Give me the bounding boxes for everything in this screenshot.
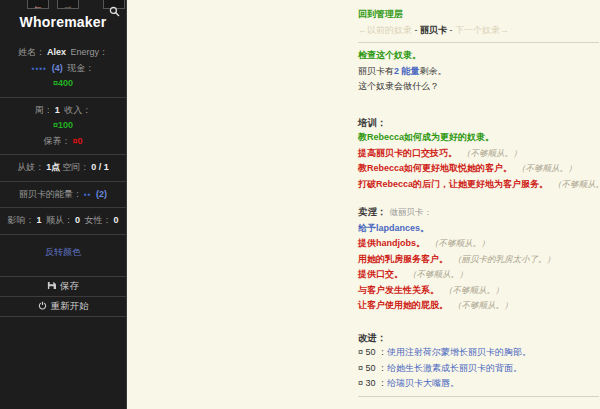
search-button[interactable] [103,0,125,9]
passage: 回到管理层 ←以前的奴隶 - 丽贝卡 - 下一个奴隶→ 检查这个奴隶。 丽贝卡有… [358,7,599,402]
female-value: 0 [114,215,119,225]
girls-value: 1点 [46,162,60,172]
improvement-link[interactable]: 使用注射荷尔蒙增长丽贝卡的胸部。 [387,347,531,357]
history-back-button[interactable]: ← [27,0,49,9]
disabled-action: 与客户发生性关系。 [358,285,439,295]
prostitution-header-label: 卖淫： [358,206,387,217]
disabled-action: 用她的乳房服务客户。 [358,254,448,264]
training-header: 培训： [358,115,599,131]
player-stats: 姓名：Alex Energy： ▪▪▪▪ (4) 现金： ¤400 [0,45,126,92]
slave-energy-label: 丽贝卡的能量： [19,189,82,199]
slave-energy-count: (2) [96,189,107,199]
prostitution-item: 提供handjobs。（不够顺从。） [358,236,599,252]
sidebar-divider [0,207,126,208]
training-teach-link[interactable]: 教Rebecca如何成为更好的奴隶。 [358,132,494,142]
energy-line-value: 2 能量 [394,66,420,76]
improvement-cost: ¤ 50 ： [358,363,387,373]
training-item: 提高丽贝卡的口交技巧。（不够顺从。） [358,146,599,162]
improvement-link[interactable]: 给她生长激素成长丽贝卡的背面。 [387,363,522,373]
requirement-note: （不够顺从。） [462,148,522,158]
slave-energy-stats: 丽贝卡的能量：▪▪ (2) [0,187,126,203]
upkeep-label: 保养： [43,136,70,146]
girls-label: 从妓： [17,162,44,172]
requirement-note: （不够顺从。） [444,285,504,295]
disabled-action: 提供handjobs。 [358,238,425,248]
upkeep-value: ¤0 [72,136,82,146]
influence-value: 1 [36,215,41,225]
invert-colors-link[interactable]: 反转颜色 [45,247,81,257]
name-label: 姓名： [18,47,45,57]
prostitution-item: 让客户使用她的屁股。（不够顺从。） [358,298,599,314]
prostitution-header: 卖淫：做丽贝卡： [358,204,599,221]
search-icon [109,6,120,17]
prostitution-item: 与客户发生性关系。（不够顺从。） [358,283,599,299]
content-divider [358,42,599,43]
week-stats: 周：1 收入： ¤100 保养：¤0 [0,103,126,150]
restart-label: 重新开始 [51,300,89,311]
sidebar-divider [0,97,126,98]
question-line: 这个奴隶会做什么？ [358,79,599,95]
energy-count: (4) [52,63,63,73]
sidebar: ← → Whoremaker 姓名：Alex Energy： ▪▪▪▪ (4) … [0,0,127,409]
nav-separator: - [447,25,455,35]
week-label: 周： [35,105,53,115]
disabled-action: 打破Rebecca的后门，让她更好地为客户服务。 [358,179,548,189]
energy-remaining-line: 丽贝卡有2 能量剩余。 [358,64,599,80]
prev-slave-link: ←以前的奴隶 [358,25,412,35]
nav-separator: - [412,25,420,35]
improvement-item: ¤ 30 ：给瑞贝卡大嘴唇。 [358,376,599,392]
prostitution-item: 用她的乳房服务客户。（丽贝卡的乳房太小了。） [358,252,599,268]
history-bar: ← → [0,0,126,10]
cash-label: 现金： [67,63,94,73]
improvements-header: 改进： [358,330,599,346]
improvement-item: ¤ 50 ：给她生长激素成长丽贝卡的背面。 [358,361,599,377]
history-forward-button: → [57,0,79,9]
requirement-note: （丽贝卡的乳房太小了。） [453,254,555,264]
requirement-note: （不够顺从。） [430,238,490,248]
back-icon: ← [33,0,44,11]
disabled-action: 让客户使用她的屁股。 [358,300,448,310]
training-item: 教Rebecca如何更好地取悦她的客户。（不够顺从。） [358,161,599,177]
income-value: ¤100 [53,120,73,130]
energy-line-pre: 丽贝卡有 [358,66,394,76]
influence-stats: 影响：1 顺从：0 女性：0 [0,213,126,229]
prostitution-item: 提供口交。（不够顺从。） [358,267,599,283]
obedience-label: 顺从： [46,215,73,225]
influence-label: 影响： [7,215,34,225]
prostitution-subheader: 做丽贝卡： [390,207,433,217]
player-name: Alex [47,47,66,57]
energy-line-post: 剩余。 [420,66,447,76]
female-label: 女性： [85,215,112,225]
sidebar-divider [0,234,126,235]
slave-nav: ←以前的奴隶 - 丽贝卡 - 下一个奴隶→ [358,23,599,39]
week-value: 1 [55,105,60,115]
improvement-link[interactable]: 给瑞贝卡大嘴唇。 [387,378,459,388]
obedience-value: 0 [75,215,80,225]
sidebar-divider [0,154,126,155]
forward-icon: → [63,0,74,11]
improvement-cost: ¤ 50 ： [358,347,387,357]
sidebar-divider [0,181,126,182]
requirement-note: （不够顺从。） [453,300,513,310]
roster-stats: 从妓：1点空间：0 / 1 [0,160,126,176]
current-slave-name: 丽贝卡 [420,25,447,35]
disabled-action: 教Rebecca如何更好地取悦她的客户。 [358,163,512,173]
menu: 保存 重新开始 [0,276,126,317]
cash-value: ¤400 [53,78,73,88]
save-button[interactable]: 保存 [0,277,126,297]
lapdance-link[interactable]: 给予lapdances。 [358,223,429,233]
inspect-slave-link[interactable]: 检查这个奴隶。 [358,50,421,60]
content-divider [358,396,599,397]
restart-icon [38,301,47,310]
restart-button[interactable]: 重新开始 [0,297,126,317]
space-label: 空间： [62,162,89,172]
save-icon [47,281,56,290]
disabled-action: 提供口交。 [358,269,403,279]
improvement-item: ¤ 50 ：使用注射荷尔蒙增长丽贝卡的胸部。 [358,345,599,361]
next-slave-link: 下一个奴隶→ [455,25,509,35]
improvement-cost: ¤ 30 ： [358,378,387,388]
requirement-note: （不够顺从。） [553,179,600,189]
back-to-management-link[interactable]: 回到管理层 [358,9,403,19]
energy-bar: ▪▪▪▪ [32,64,47,73]
save-label: 保存 [60,280,79,291]
